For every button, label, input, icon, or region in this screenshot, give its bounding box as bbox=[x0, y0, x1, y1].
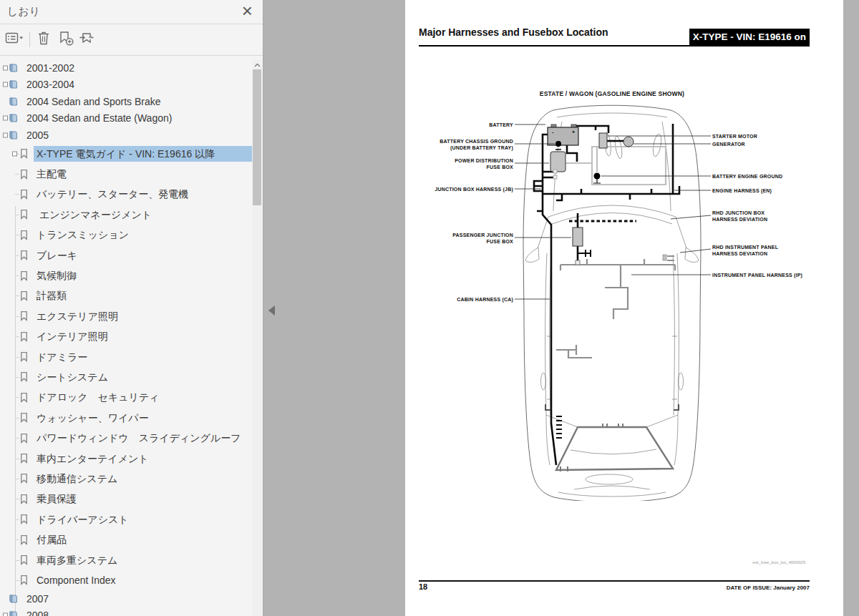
bookmark-item[interactable]: 乗員保護 bbox=[0, 489, 252, 509]
battery-plus-mark: + bbox=[572, 129, 575, 135]
harness-light-gray bbox=[566, 147, 666, 185]
label-battery: BATTERY bbox=[489, 122, 513, 127]
bookmark-label: ウォッシャー、ワイパー bbox=[34, 410, 252, 426]
new-bookmark-button[interactable] bbox=[57, 31, 75, 48]
bookmark-label: 2001-2002 bbox=[24, 60, 252, 76]
bookmark-flag-icon bbox=[19, 534, 29, 545]
delete-bookmark-button[interactable] bbox=[34, 31, 53, 48]
scroll-up-arrow-icon[interactable] bbox=[252, 61, 262, 69]
bookmark-item[interactable]: ブレーキ bbox=[0, 245, 252, 265]
bookmark-flag-icon bbox=[19, 270, 29, 281]
label-engine-harness: ENGINE HARNESS (EN) bbox=[712, 188, 772, 194]
bookmark-item[interactable]: 主配電 bbox=[0, 164, 252, 184]
trash-icon bbox=[37, 30, 51, 49]
bookmark-label: ドアミラー bbox=[34, 349, 252, 365]
vin-badge: X-TYPE - VIN: E19616 on bbox=[689, 29, 810, 45]
bookmark-item[interactable]: 計器類 bbox=[0, 285, 252, 305]
bookmarks-list: 2001-20022003-20042004 Sedan and Sports … bbox=[0, 59, 252, 616]
expand-box-icon[interactable] bbox=[12, 151, 17, 156]
expand-box-icon[interactable] bbox=[3, 116, 8, 121]
bookmark-item[interactable]: 車両多重システム bbox=[0, 549, 252, 569]
label-rhd-junction-box: RHD JUNCTION BOX bbox=[712, 210, 765, 215]
pdf-page: Major Harnesses and Fusebox Location X-T… bbox=[405, 0, 843, 616]
bookmark-label: ドアロック セキュリティ bbox=[34, 389, 252, 405]
close-icon[interactable]: × bbox=[242, 0, 253, 21]
bookmark-item[interactable]: ドアロック セキュリティ bbox=[0, 387, 252, 407]
bookmark-item[interactable]: 車内エンターテイメント bbox=[0, 448, 252, 468]
book-icon bbox=[9, 594, 19, 604]
book-icon bbox=[9, 130, 19, 140]
bookmark-label: エンジンマネージメント bbox=[34, 207, 252, 223]
expand-bookmark-button[interactable] bbox=[77, 31, 96, 48]
label-passenger-junction-2: FUSE BOX bbox=[487, 239, 514, 244]
document-reference: est_fuse_box_loc_4000025 bbox=[753, 560, 805, 564]
bookmark-item[interactable]: ドアミラー bbox=[0, 346, 252, 366]
document-viewer-area: Major Harnesses and Fusebox Location X-T… bbox=[264, 0, 859, 616]
bookmark-item[interactable]: シートシステム bbox=[0, 367, 252, 387]
pdf-viewer-window: しおり × bbox=[0, 0, 859, 616]
bookmark-label: シートシステム bbox=[34, 369, 252, 385]
bookmark-label: 車内エンターテイメント bbox=[34, 451, 252, 466]
bookmark-item[interactable]: 移動通信システム bbox=[0, 469, 252, 489]
harness-gray bbox=[556, 256, 675, 358]
bookmark-item[interactable]: 2003-2004 bbox=[0, 77, 252, 94]
bookmark-item[interactable]: 2004 Sedan and Estate (Wagon) bbox=[0, 110, 252, 127]
book-icon bbox=[9, 610, 19, 616]
bookmark-item[interactable]: X-TYPE 電気ガイド - VIN: E19616 以降 bbox=[0, 144, 252, 164]
expand-box-icon[interactable] bbox=[3, 65, 8, 70]
bookmark-item[interactable]: ウォッシャー、ワイパー bbox=[0, 408, 252, 428]
expand-box-icon[interactable] bbox=[3, 132, 8, 137]
bookmark-item[interactable]: 2001-2002 bbox=[0, 59, 252, 77]
bookmark-options-button[interactable] bbox=[5, 31, 24, 48]
panel-collapse-handle-icon[interactable] bbox=[268, 305, 275, 316]
bookmark-label: X-TYPE 電気ガイド - VIN: E19616 以降 bbox=[34, 146, 252, 162]
harness-rear bbox=[556, 424, 673, 471]
header-rule bbox=[419, 45, 810, 47]
bookmark-item[interactable]: 2008 bbox=[0, 607, 252, 616]
toolbar-separator bbox=[29, 31, 30, 47]
bookmark-item[interactable]: 気候制御 bbox=[0, 265, 252, 285]
label-rhd-instrument-panel-2: HARNESS DEVIATION bbox=[712, 251, 767, 256]
bookmark-flag-icon bbox=[19, 351, 29, 362]
chassis-ground-point bbox=[555, 141, 561, 147]
label-instrument-panel-harness: INSTRUMENT PANEL HARNESS (IP) bbox=[712, 273, 802, 278]
bookmark-item[interactable]: 2007 bbox=[0, 590, 252, 607]
bookmark-item[interactable]: ドライバーアシスト bbox=[0, 509, 252, 529]
bookmark-item[interactable]: インテリア照明 bbox=[0, 326, 252, 346]
bookmark-label: 2004 Sedan and Estate (Wagon) bbox=[24, 110, 252, 126]
label-junction-box-harness: JUNCTION BOX HARNESS (JB) bbox=[435, 187, 513, 192]
bookmark-item[interactable]: 2005 bbox=[0, 127, 252, 144]
bookmark-flag-icon bbox=[19, 412, 29, 423]
panel-scrollbar[interactable] bbox=[252, 59, 262, 616]
book-icon bbox=[9, 113, 19, 123]
bookmark-label: トランスミッション bbox=[34, 227, 252, 243]
bookmark-item[interactable]: エクステリア照明 bbox=[0, 306, 252, 326]
bookmark-flag-icon bbox=[19, 148, 29, 159]
bookmark-flag-icon bbox=[19, 250, 29, 260]
bookmark-label: ドライバーアシスト bbox=[34, 512, 252, 527]
bookmark-arrows-icon bbox=[78, 30, 95, 49]
bookmark-item[interactable]: パワードウィンドウ スライディングルーフ bbox=[0, 428, 252, 448]
bookmark-item[interactable]: トランスミッション bbox=[0, 225, 252, 245]
bookmark-flag-icon bbox=[19, 371, 29, 382]
bookmark-add-icon bbox=[58, 30, 74, 49]
bookmark-item[interactable]: エンジンマネージメント bbox=[0, 205, 252, 225]
bookmark-item[interactable]: 付属品 bbox=[0, 529, 252, 549]
bookmark-flag-icon bbox=[19, 514, 29, 524]
bookmark-item[interactable]: 2004 Sedan and Sports Brake bbox=[0, 93, 252, 110]
panel-scrollbar-thumb[interactable] bbox=[253, 69, 261, 205]
bookmark-flag-icon bbox=[19, 554, 29, 565]
expand-box-icon[interactable] bbox=[3, 82, 8, 87]
book-icon bbox=[9, 63, 19, 73]
bookmark-label: パワードウィンドウ スライディングルーフ bbox=[34, 430, 252, 446]
expand-box-icon[interactable] bbox=[3, 613, 8, 616]
bookmark-item[interactable]: バッテリー、スターター、発電機 bbox=[0, 184, 252, 204]
bookmark-label: バッテリー、スターター、発電機 bbox=[34, 186, 252, 202]
label-rhd-junction-box-2: HARNESS DEVIATION bbox=[712, 217, 767, 222]
bookmark-item[interactable]: Component Index bbox=[0, 570, 252, 590]
bookmark-flag-icon bbox=[19, 290, 29, 301]
bookmark-flag-icon bbox=[19, 331, 29, 342]
bookmark-label: 付属品 bbox=[34, 532, 252, 547]
bookmark-flag-icon bbox=[19, 453, 29, 464]
label-passenger-junction: PASSENGER JUNCTION bbox=[452, 233, 513, 238]
